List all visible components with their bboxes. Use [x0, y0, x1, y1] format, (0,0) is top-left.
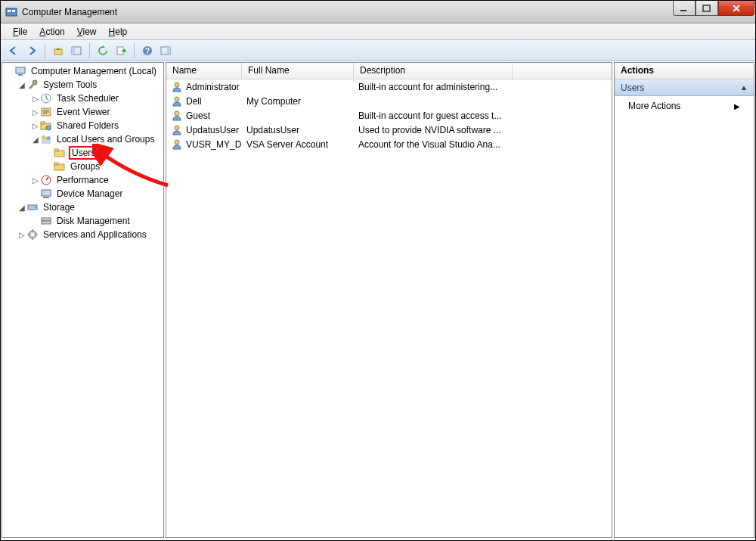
- tree-shared-folders[interactable]: ▷ Shared Folders: [2, 119, 163, 132]
- maximize-button[interactable]: [696, 1, 718, 16]
- tree-panel: Computer Management (Local) ◢ System Too…: [2, 62, 164, 538]
- user-name: UpdatusUser: [186, 125, 239, 135]
- svg-rect-7: [72, 47, 75, 54]
- collapse-icon[interactable]: ◢: [17, 204, 26, 212]
- svg-point-20: [46, 126, 51, 130]
- tree-label: Groups: [69, 160, 101, 173]
- titlebar: Computer Management: [1, 1, 755, 23]
- show-hide-tree-button[interactable]: [68, 42, 85, 59]
- expand-icon[interactable]: ▷: [31, 122, 40, 130]
- tree-task-scheduler[interactable]: ▷ Task Scheduler: [2, 92, 163, 105]
- list-row[interactable]: Administrator Built-in account for admin…: [166, 79, 612, 94]
- window-controls: [673, 1, 754, 16]
- actions-more[interactable]: More Actions ▶: [615, 96, 754, 116]
- export-button[interactable]: [113, 42, 129, 59]
- forward-button[interactable]: [23, 42, 40, 59]
- actions-section[interactable]: Users ▲: [615, 79, 754, 96]
- menubar: File Action View Help: [1, 23, 755, 40]
- svg-point-32: [35, 207, 36, 208]
- svg-point-39: [175, 111, 179, 116]
- menu-view[interactable]: View: [73, 25, 101, 39]
- app-icon: [5, 6, 17, 18]
- tree-storage[interactable]: ◢ Storage: [2, 201, 163, 214]
- tree-disk-management[interactable]: Disk Management: [2, 214, 163, 228]
- svg-rect-27: [54, 163, 58, 165]
- minimize-button[interactable]: [673, 1, 696, 16]
- window-title: Computer Management: [22, 7, 117, 17]
- user-fullname: VSA Server Account: [242, 139, 354, 150]
- tree-label-selected: Users: [69, 146, 98, 160]
- user-icon: [171, 81, 183, 93]
- svg-rect-2: [12, 10, 15, 12]
- back-button[interactable]: [5, 42, 22, 59]
- help-button[interactable]: ?: [139, 42, 156, 59]
- tree-groups[interactable]: Groups: [2, 160, 163, 173]
- tree-system-tools[interactable]: ◢ System Tools: [2, 78, 163, 92]
- tree-label: Disk Management: [55, 215, 132, 227]
- close-button[interactable]: [718, 1, 754, 16]
- svg-rect-14: [18, 74, 23, 76]
- tree-label: Services and Applications: [42, 229, 148, 241]
- menu-action[interactable]: Action: [35, 25, 69, 39]
- tree-users[interactable]: Users: [2, 146, 163, 160]
- svg-text:?: ?: [145, 47, 150, 55]
- list-panel: Name Full Name Description Administrator…: [166, 62, 612, 538]
- list-row[interactable]: VUSR_MY_D... VSA Server Account Account …: [166, 137, 612, 151]
- disk-icon: [40, 215, 52, 227]
- tree-label: Device Manager: [55, 188, 124, 200]
- tree-label: System Tools: [42, 79, 98, 91]
- tree-local-users-groups[interactable]: ◢ Local Users and Groups: [2, 132, 163, 146]
- toolbar: ?: [1, 40, 755, 61]
- user-fullname: My Computer: [242, 96, 354, 107]
- user-desc: Account for the Visual Studio Ana...: [354, 139, 513, 150]
- up-button[interactable]: [50, 42, 67, 59]
- col-description[interactable]: Description: [354, 63, 513, 79]
- toolbar-separator: [134, 43, 135, 58]
- actions-panel: Actions Users ▲ More Actions ▶: [614, 62, 754, 538]
- menu-file[interactable]: File: [8, 25, 32, 39]
- user-icon: [171, 95, 183, 107]
- list-row[interactable]: Dell My Computer: [166, 94, 612, 108]
- svg-point-38: [175, 97, 179, 101]
- col-name[interactable]: Name: [166, 63, 242, 79]
- list-body: Administrator Built-in account for admin…: [166, 79, 612, 151]
- folder-icon: [54, 147, 66, 159]
- tree-performance[interactable]: ▷ Performance: [2, 173, 163, 187]
- tree-device-manager[interactable]: Device Manager: [2, 187, 163, 201]
- list-row[interactable]: UpdatusUser UpdatusUser Used to provide …: [166, 123, 612, 137]
- tree-event-viewer[interactable]: ▷ Event Viewer: [2, 105, 163, 119]
- list-header: Name Full Name Description: [166, 63, 612, 79]
- device-icon: [40, 188, 52, 200]
- list-row[interactable]: Guest Built-in account for guest access …: [166, 108, 612, 123]
- expand-icon[interactable]: ▷: [31, 108, 40, 117]
- svg-rect-4: [703, 5, 710, 11]
- storage-icon: [26, 201, 39, 213]
- menu-help[interactable]: Help: [104, 25, 132, 39]
- svg-rect-23: [42, 140, 51, 144]
- folder-icon: [54, 160, 66, 173]
- tree-label: Performance: [55, 174, 110, 186]
- tree-root[interactable]: Computer Management (Local): [2, 64, 163, 78]
- expand-icon[interactable]: ▷: [31, 176, 40, 185]
- computer-icon: [14, 65, 26, 77]
- svg-rect-30: [43, 197, 49, 198]
- expand-icon[interactable]: ▷: [31, 95, 40, 103]
- svg-point-40: [175, 126, 179, 130]
- collapse-icon[interactable]: ◢: [31, 135, 40, 144]
- content: Computer Management (Local) ◢ System Too…: [1, 61, 755, 539]
- collapse-icon[interactable]: ◢: [17, 81, 26, 89]
- user-desc: Used to provide NVIDIA software ...: [354, 125, 513, 135]
- refresh-button[interactable]: [94, 42, 111, 59]
- tree-label: Storage: [42, 201, 76, 213]
- chevron-right-icon: ▶: [734, 102, 740, 110]
- tree-services-apps[interactable]: ▷ Services and Applications: [2, 228, 163, 241]
- show-hide-action-pane-button[interactable]: [157, 42, 174, 59]
- users-groups-icon: [40, 133, 52, 145]
- svg-rect-34: [42, 221, 51, 224]
- svg-point-37: [175, 82, 179, 87]
- svg-rect-29: [42, 190, 51, 196]
- user-icon: [171, 138, 183, 151]
- col-fullname[interactable]: Full Name: [242, 63, 354, 79]
- svg-point-41: [175, 140, 179, 145]
- expand-icon[interactable]: ▷: [17, 231, 26, 239]
